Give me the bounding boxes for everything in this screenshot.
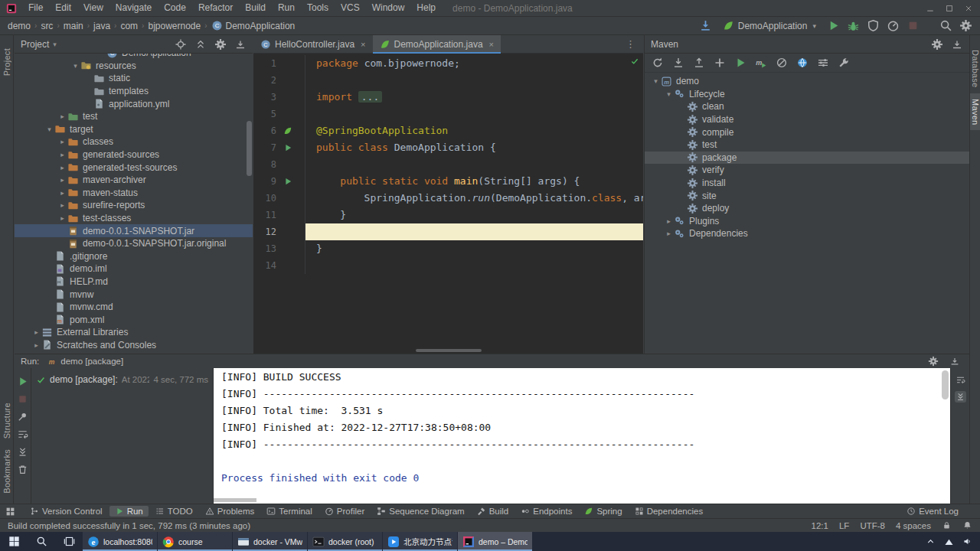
settings-icon[interactable] [931,38,943,51]
maven-item-verify[interactable]: verify [645,164,969,177]
rerun-icon[interactable] [17,376,28,387]
tray-net-icon[interactable] [944,536,954,546]
project-item-mvnw[interactable]: mvnw [15,288,253,301]
taskview-button[interactable] [55,532,83,551]
chevron-right-icon[interactable]: ▸ [57,151,67,158]
maven-item-validate[interactable]: validate [645,113,969,126]
chevron-down-icon[interactable]: ▾ [53,41,57,48]
project-item-gitignore[interactable]: .gitignore [15,250,253,263]
hide-icon[interactable] [951,38,963,51]
project-item-surefire-reports[interactable]: ▸surefire-reports [15,199,253,212]
taskbar-app-app-4[interactable]: 北京动力节点课程... [383,532,457,551]
taskbar-app-docker-vmware[interactable]: docker - VMware... [233,532,307,551]
toolwindow-button-run[interactable]: Run [109,506,149,517]
project-item-help-md[interactable]: HELP.md [15,276,253,289]
chevron-down-icon[interactable]: ▾ [664,90,674,98]
project-item-demo-0-0-1-snapshot-jar[interactable]: demo-0.0.1-SNAPSHOT.jar [15,224,253,237]
chevron-right-icon[interactable]: ▸ [31,328,41,336]
softwrap-icon[interactable] [955,374,966,386]
run-tree-node[interactable]: demo [package]: At 2022/12/2 4 sec, 772 … [31,373,213,386]
run-gutter-icon[interactable] [276,139,299,156]
menu-build[interactable]: Build [239,0,272,16]
toolwindow-button-dependencies[interactable]: Dependencies [629,506,709,517]
start-button[interactable] [0,532,28,551]
chevron-down-icon[interactable]: ▾ [651,77,661,85]
taskbar-app-localhost-8080-he[interactable]: elocalhost:8080/he... [83,532,157,551]
wrench-icon[interactable] [838,57,850,69]
status-encoding[interactable]: UTF-8 [860,521,885,530]
hide-icon[interactable] [949,356,960,367]
chevron-right-icon[interactable]: ▸ [57,176,67,184]
chevron-right-icon[interactable]: ▸ [664,230,674,237]
status-caret-position[interactable]: 12:1 [812,521,828,530]
chevron-down-icon[interactable]: ▾ [44,126,54,133]
breadcrumb-main[interactable]: main [64,21,83,31]
chevron-right-icon[interactable]: ▸ [57,112,67,120]
project-item-pom-xml[interactable]: mpom.xml [15,313,253,326]
breadcrumb-demoapplication[interactable]: CDemoApplication [211,20,296,31]
breadcrumb-demo[interactable]: demo [8,21,31,31]
editor-horizontal-scrollbar[interactable] [416,349,482,352]
chevron-down-icon[interactable]: ▾ [70,62,80,70]
toolwindow-button-version-control[interactable]: Version Control [24,506,108,517]
toolwindow-button-build[interactable]: Build [472,506,514,517]
project-item-templates[interactable]: templates [15,85,253,98]
search-white-button[interactable] [28,532,55,551]
editor-tab-demoapplication-java[interactable]: DemoApplication.java× [373,35,501,54]
maven-item-demo[interactable]: ▾mdemo [645,75,969,88]
settings-icon[interactable] [959,19,972,32]
editor-line-5[interactable]: 5 [253,106,643,122]
editor-line-13[interactable]: 13} [253,240,643,257]
project-scrollbar[interactable] [247,121,252,176]
inspections-ok-icon[interactable] [630,57,639,66]
toolwindow-button-problems[interactable]: Problems [200,506,260,517]
editor-line-6[interactable]: 6@SpringBootApplication [253,122,643,139]
code-editor[interactable]: 1package com.bjpowernode;23import ...56@… [253,54,643,354]
maven-item-lifecycle[interactable]: ▾Lifecycle [645,88,969,101]
project-item-mvnw-cmd[interactable]: mvnw.cmd [15,301,253,314]
offline-icon[interactable] [796,57,808,69]
tool-stripe-bookmarks[interactable]: Bookmarks [2,444,12,499]
run-gutter-icon[interactable] [276,173,299,190]
toolwindow-button-event-log[interactable]: Event Log [901,506,964,517]
editor-line-14[interactable]: 14 [253,257,643,274]
close-tab-icon[interactable]: × [489,40,494,49]
maven-item-dependencies[interactable]: ▸Dependencies [645,227,969,240]
search-icon[interactable] [939,19,952,32]
editor-line-12[interactable]: 12 [253,223,643,240]
breadcrumb-com[interactable]: com [120,21,138,31]
maven-item-site[interactable]: site [645,189,969,202]
maven-item-package[interactable]: package [645,152,969,165]
menu-view[interactable]: View [77,0,109,16]
breadcrumb-src[interactable]: src [41,21,53,31]
menu-refactor[interactable]: Refactor [192,0,239,16]
project-item-application-yml[interactable]: application.yml [15,97,253,110]
project-item-resources[interactable]: ▾resources [15,60,253,73]
refresh-icon[interactable] [652,57,664,69]
breadcrumb-bjpowernode[interactable]: bjpowernode [148,21,201,31]
editor-line-7[interactable]: 7public class DemoApplication { [253,139,643,156]
project-item-static[interactable]: static [15,72,253,85]
lock-icon[interactable] [942,520,952,530]
softwrap-icon[interactable] [17,429,28,440]
locate-icon[interactable] [175,38,187,51]
chevron-right-icon[interactable]: ▸ [57,214,67,222]
add-icon[interactable] [714,57,726,69]
project-panel-title[interactable]: Project [21,39,49,50]
toolwindow-button-terminal[interactable]: Terminal [261,506,317,517]
console-vertical-scrollbar[interactable] [942,370,949,399]
run-icon[interactable] [827,19,840,32]
toolwindow-button-todo[interactable]: TODO [150,506,198,517]
toolwindow-button-sequence-diagram[interactable]: Sequence Diagram [371,506,469,517]
tool-stripe-structure[interactable]: Structure [2,397,12,444]
chevron-right-icon[interactable]: ▸ [57,189,67,197]
editor-line-2[interactable]: 2 [253,72,643,89]
taskbar-app-demo-demoap[interactable]: demo – DemoAp... [458,532,532,551]
project-item-maven-status[interactable]: ▸maven-status [15,187,253,200]
chevron-up-icon[interactable] [926,536,936,546]
upload-icon[interactable] [693,57,705,69]
status-line-separator[interactable]: LF [839,521,849,530]
editor-line-10[interactable]: 10 SpringApplication.run(DemoApplication… [253,190,643,207]
maven-item-compile[interactable]: compile [645,126,969,139]
menu-edit[interactable]: Edit [49,0,77,16]
